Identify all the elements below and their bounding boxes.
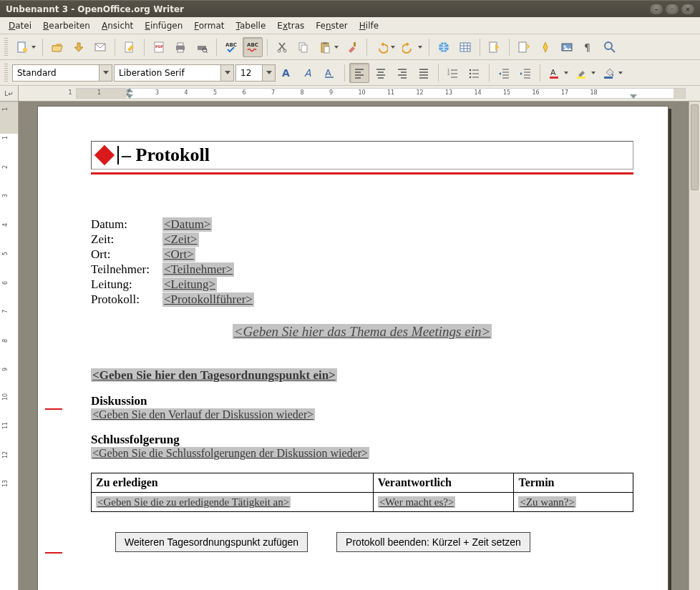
table-button[interactable]	[455, 37, 475, 57]
save-button[interactable]	[69, 37, 89, 57]
number-list-button[interactable]: 12	[443, 63, 463, 83]
nonprinting-chars-button[interactable]: ¶	[578, 37, 598, 57]
menu-view[interactable]: Ansicht	[96, 19, 139, 33]
meta-ph-date[interactable]: <Datum>	[162, 217, 212, 232]
paragraph-style-combo[interactable]: Standard	[12, 64, 112, 82]
meta-label-place: Ort:	[91, 247, 162, 262]
export-pdf-button[interactable]: PDF	[149, 37, 169, 57]
meta-ph-attendees[interactable]: <Teilnehmer>	[162, 262, 234, 277]
menu-edit[interactable]: Bearbeiten	[37, 19, 96, 33]
highlight-color-button[interactable]	[572, 63, 598, 83]
svg-line-12	[206, 51, 208, 53]
bold-icon: A	[281, 67, 293, 79]
print-preview-button[interactable]	[192, 37, 212, 57]
meeting-topic[interactable]: <Geben Sie hier das Thema des Meetings e…	[91, 324, 633, 340]
meta-ph-lead[interactable]: <Leitung>	[162, 277, 217, 292]
increase-indent-button[interactable]	[515, 63, 535, 83]
find-replace-button[interactable]	[514, 37, 534, 57]
menu-help[interactable]: Hilfe	[354, 19, 384, 33]
edit-doc-icon	[123, 41, 136, 54]
menu-format[interactable]: Format	[188, 19, 230, 33]
spellcheck-button[interactable]: ABC	[221, 37, 241, 57]
table-row[interactable]: <Geben Sie die zu erledigende Tätigkeit …	[92, 493, 633, 512]
vertical-ruler[interactable]: 112345678910111213	[0, 102, 18, 590]
discussion-placeholder[interactable]: <Geben Sie den Verlauf der Diskussion wi…	[91, 408, 315, 421]
redo-button[interactable]	[399, 37, 424, 57]
font-name-dropdown[interactable]	[220, 65, 233, 81]
svg-text:2: 2	[447, 72, 449, 76]
vertical-scrollbar[interactable]	[689, 102, 700, 590]
add-agenda-item-button[interactable]: Weiteren Tagesordnungspunkt zufügen	[115, 532, 308, 552]
svg-text:A: A	[282, 67, 290, 79]
menu-insert[interactable]: Einfügen	[139, 19, 188, 33]
right-indent-marker[interactable]	[630, 94, 637, 99]
hyperlink-button[interactable]	[434, 37, 454, 57]
font-name-combo[interactable]: Liberation Serif	[114, 64, 234, 82]
agenda-heading[interactable]: <Geben Sie hier den Tagesordnungspunkt e…	[91, 368, 633, 383]
todo-due-placeholder[interactable]: <Zu wann?>	[518, 496, 575, 508]
menu-table[interactable]: Tabelle	[230, 19, 272, 33]
font-size-combo[interactable]: 12	[235, 64, 276, 82]
svg-rect-45	[604, 77, 613, 79]
menu-extras[interactable]: Extras	[271, 19, 310, 33]
menu-file[interactable]: Datei	[3, 19, 37, 33]
meta-ph-time[interactable]: <Zeit>	[162, 232, 199, 247]
topic-placeholder[interactable]: <Geben Sie hier das Thema des Meetings e…	[233, 324, 492, 339]
undo-button[interactable]	[371, 37, 397, 57]
todo-table[interactable]: Zu erledigen Verantwortlich Termin <Gebe…	[91, 473, 633, 512]
horizontal-ruler[interactable]: 1123456789101112131415161718	[19, 86, 700, 102]
edit-doc-button[interactable]	[120, 37, 140, 57]
scrollbar-thumb[interactable]	[691, 104, 699, 190]
align-right-button[interactable]	[392, 63, 412, 83]
agenda-placeholder[interactable]: <Geben Sie hier den Tagesordnungspunkt e…	[91, 368, 337, 382]
font-name-value: Liberation Serif	[115, 68, 220, 78]
underline-button[interactable]: A	[320, 63, 340, 83]
toolbar-grip[interactable]	[4, 64, 8, 82]
find-icon	[517, 41, 530, 54]
conclusion-placeholder[interactable]: <Geben Sie die Schlussfolgerungen der Di…	[91, 447, 369, 459]
finish-protocol-button[interactable]: Protokoll beenden: Kürzel + Zeit setzen	[336, 532, 530, 552]
page-content[interactable]: – Protokoll Datum:<Datum> Zeit:<Zeit> Or…	[91, 141, 633, 552]
show-draw-button[interactable]	[485, 37, 505, 57]
auto-spellcheck-button[interactable]: ABC	[243, 37, 263, 57]
copy-button[interactable]	[293, 37, 313, 57]
bullet-list-button[interactable]	[465, 63, 485, 83]
zoom-button[interactable]	[600, 37, 620, 57]
paste-button[interactable]	[315, 37, 341, 57]
meta-ph-place[interactable]: <Ort>	[162, 247, 195, 262]
align-justify-button[interactable]	[414, 63, 434, 83]
cut-button[interactable]	[272, 37, 292, 57]
change-marker	[45, 552, 62, 554]
align-left-button[interactable]	[349, 63, 369, 83]
gallery-button[interactable]	[557, 37, 577, 57]
document-canvas[interactable]: – Protokoll Datum:<Datum> Zeit:<Zeit> Or…	[19, 102, 700, 590]
meeting-meta[interactable]: Datum:<Datum> Zeit:<Zeit> Ort:<Ort> Teil…	[91, 217, 633, 307]
bold-button[interactable]: A	[277, 63, 297, 83]
print-button[interactable]	[170, 37, 190, 57]
compass-icon	[539, 41, 552, 54]
paragraph-style-value: Standard	[13, 68, 99, 78]
toolbar-formatting: Standard Liberation Serif 12 A A A 12 A	[0, 60, 700, 86]
menu-window[interactable]: Fenster	[310, 19, 354, 33]
document-title-row[interactable]: – Protokoll	[91, 141, 633, 169]
format-paintbrush-button[interactable]	[342, 37, 362, 57]
toolbar-grip[interactable]	[4, 38, 8, 56]
new-document-button[interactable]	[12, 37, 38, 57]
window-close-button[interactable]: ×	[681, 4, 694, 14]
mail-button[interactable]	[90, 37, 110, 57]
window-minimize-button[interactable]: –	[650, 4, 663, 14]
navigator-button[interactable]	[535, 37, 555, 57]
window-maximize-button[interactable]: ◦	[666, 4, 679, 14]
background-color-button[interactable]	[599, 63, 625, 83]
work-area: L↵ 112345678910111213 112345678910111213…	[0, 86, 700, 590]
italic-button[interactable]: A	[298, 63, 319, 83]
align-center-button[interactable]	[371, 63, 391, 83]
todo-task-placeholder[interactable]: <Geben Sie die zu erledigende Tätigkeit …	[96, 496, 291, 508]
meta-ph-minutes[interactable]: <Protokollführer>	[162, 292, 254, 307]
open-button[interactable]	[47, 37, 67, 57]
paragraph-style-dropdown[interactable]	[99, 65, 112, 81]
decrease-indent-button[interactable]	[494, 63, 514, 83]
font-size-dropdown[interactable]	[262, 65, 275, 81]
todo-resp-placeholder[interactable]: <Wer macht es?>	[378, 496, 456, 508]
font-color-button[interactable]: A	[545, 63, 570, 83]
